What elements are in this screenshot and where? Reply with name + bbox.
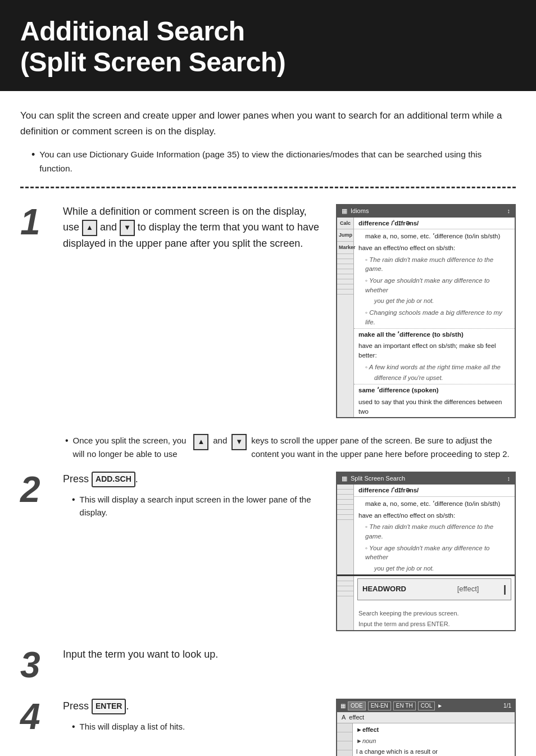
step-2: 2 Press ADD.SCH. This will display a sea… — [20, 472, 516, 631]
tab-en-en: EN-EN — [368, 701, 391, 710]
screen-body-1: Calc Jump Marker — [337, 218, 515, 418]
tab-more: ► — [437, 702, 443, 710]
split-screen-title: Split Screen Search — [351, 474, 405, 483]
idioms-label: Idioms — [351, 207, 369, 215]
screen-mockup-4: ▦ ODE EN-EN EN TH COL ► 1/1 A effect — [336, 699, 516, 756]
between-steps-bullet: Once you split the screen, you will no l… — [65, 434, 516, 460]
headword-cursor: | — [503, 582, 506, 596]
result-headword: ►effect — [353, 725, 515, 735]
screen-content-1: difference /ˈdɪfrəns/ make a, no, some, … — [354, 218, 515, 418]
page-header: Additional Search (Split Screen Search) — [0, 0, 536, 91]
step-4: 4 Press ENTER. This will display a list … — [20, 699, 516, 756]
down-arrow-key: ▼ — [120, 220, 135, 236]
screen2-lower: HEADWORD [effect] | Search keeping the p… — [337, 576, 515, 630]
screen-titlebar-1: ▦ Idioms ↕ — [337, 205, 515, 217]
screen2-lower-content: HEADWORD [effect] | Search keeping the p… — [354, 576, 515, 630]
step-number-3: 3 — [20, 647, 54, 683]
side-icons-2 — [337, 485, 354, 574]
search-hint-1: Search keeping the previous screen. — [354, 608, 515, 619]
step-1-content: While a definition or comment screen is … — [63, 204, 516, 418]
headword-label: HEADWORD — [362, 584, 406, 594]
scroll-icon-2: ↕ — [507, 474, 511, 483]
down-arrow-key-2: ▼ — [231, 434, 247, 450]
jump-icon: Jump — [337, 229, 353, 242]
split-screen-icon: ▦ — [342, 474, 347, 483]
screen4-search-row: A effect — [337, 712, 515, 723]
screen2-titlebar: ▦ Split Screen Search ↕ — [337, 473, 515, 485]
enter-button[interactable]: ENTER — [92, 699, 126, 714]
screen4-sidebar — [337, 723, 353, 756]
search-term: effect — [349, 713, 364, 722]
idioms-icon: ▦ — [342, 207, 347, 215]
side-icons-1: Calc Jump Marker — [337, 218, 354, 418]
screen-mockup-2: ▦ Split Screen Search ↕ — [336, 472, 516, 631]
step-2-content: Press ADD.SCH. This will display a searc… — [63, 472, 516, 631]
up-arrow-key-2: ▲ — [193, 434, 208, 450]
entry-difference: difference /ˈdɪfrəns/ — [354, 218, 515, 230]
screen2-upper-content: difference /ˈdɪfrəns/ make a, no, some, … — [354, 485, 515, 574]
screen4-entries: ►effect ►noun l a change which is a resu… — [353, 723, 515, 756]
screen-mockup-1: ▦ Idioms ↕ Calc Jump Marker — [336, 204, 516, 418]
add-sch-button[interactable]: ADD.SCH — [92, 472, 135, 487]
screen4-body: ►effect ►noun l a change which is a resu… — [337, 723, 515, 756]
and-text: and — [100, 221, 120, 233]
step-number-2: 2 — [20, 472, 54, 508]
step-3: 3 Input the term you want to look up. — [20, 647, 516, 683]
book-icon-4: ▦ — [340, 702, 346, 710]
marker-icon: Marker — [337, 242, 353, 254]
step-number-4: 4 — [20, 699, 54, 735]
step-1-text: While a definition or comment screen is … — [63, 204, 325, 251]
step-3-text: Input the term you want to look up. — [63, 647, 516, 663]
screen4-titlebar: ▦ ODE EN-EN EN TH COL ► 1/1 — [337, 700, 515, 712]
headword-input-row[interactable]: HEADWORD [effect] | — [357, 578, 511, 600]
step-number-1: 1 — [20, 204, 54, 240]
scroll-icon: ↕ — [507, 207, 511, 215]
search-hint-2: Input the term and press ENTER. — [354, 619, 515, 630]
main-content: You can split the screen and create uppe… — [0, 108, 536, 756]
pos-noun: ►noun — [353, 736, 515, 746]
page-title: Additional Search (Split Screen Search) — [20, 16, 516, 78]
intro-bullet: You can use Dictionary Guide Information… — [31, 148, 516, 176]
intro-paragraph: You can split the screen and create uppe… — [20, 108, 516, 138]
page-indicator: 1/1 — [503, 702, 511, 710]
screen2-upper: difference /ˈdɪfrəns/ make a, no, some, … — [337, 485, 515, 576]
step-4-text: Press ENTER. — [63, 699, 325, 714]
calc-icon: Calc — [337, 218, 353, 230]
step-4-bullet: This will display a list of hits. — [72, 720, 325, 734]
tab-en-th: EN TH — [393, 701, 416, 710]
step-2-text: Press ADD.SCH. — [63, 472, 325, 487]
section-divider — [20, 187, 516, 188]
up-arrow-key: ▲ — [82, 220, 97, 236]
step-1: 1 While a definition or comment screen i… — [20, 204, 516, 418]
headword-bracket: [effect] — [457, 584, 479, 594]
side-icons-2b — [337, 576, 354, 630]
step-3-content: Input the term you want to look up. — [63, 647, 516, 668]
step-2-bullet: This will display a search input screen … — [72, 493, 325, 519]
tab-col: COL — [418, 701, 435, 710]
step-4-content: Press ENTER. This will display a list of… — [63, 699, 516, 756]
tab-ode: ODE — [348, 701, 366, 710]
search-label-a: A — [342, 713, 346, 722]
